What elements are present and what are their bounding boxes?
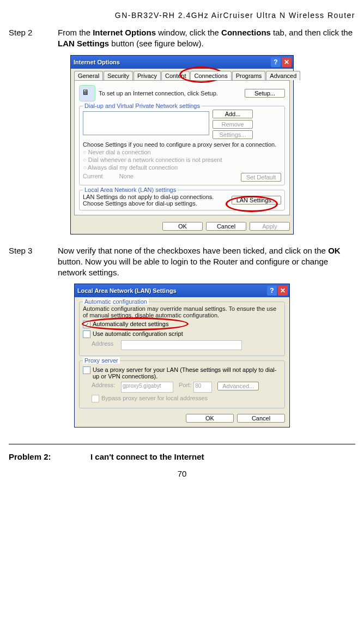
apply-button: Apply <box>250 222 290 231</box>
checkbox-bypass <box>92 395 99 402</box>
group-dial-legend: Dial-up and Virtual Private Network sett… <box>83 103 202 109</box>
current-none: None <box>119 173 134 182</box>
proxy-port-input: 80 <box>193 382 212 393</box>
setup-row: To set up an Internet connection, click … <box>79 85 285 101</box>
radio-never: Never dial a connection <box>83 149 281 155</box>
group-auto-legend: Automatic configuration <box>83 298 149 305</box>
close-icon[interactable]: ✕ <box>278 286 288 296</box>
group-dial: Dial-up and Virtual Private Network sett… <box>79 106 285 185</box>
chk-proxy-label: Use a proxy server for your LAN (These s… <box>93 366 281 380</box>
ok-button[interactable]: OK <box>162 222 203 231</box>
tab-general[interactable]: General <box>74 71 103 80</box>
address-label: Address <box>92 340 119 347</box>
problem-label: Problem 2: <box>9 452 90 461</box>
proxy-fields-row: Address: gproxy5.gigabyt Port: 80 Advanc… <box>92 382 281 393</box>
chk-auto-row: Automatically detect settings <box>83 321 281 328</box>
t: From the <box>58 28 93 37</box>
t: OK <box>328 246 341 255</box>
address-input <box>121 340 242 350</box>
t: tab, and then click the <box>271 28 353 37</box>
ok-button[interactable]: OK <box>186 414 234 423</box>
step-2-label: Step 2 <box>9 27 58 50</box>
t: LAN Settings <box>58 39 109 48</box>
figure-2: Local Area Network (LAN) Settings ? ✕ Au… <box>9 284 355 428</box>
step-2-text: From the Internet Options window, click … <box>58 27 355 50</box>
connections-listbox[interactable] <box>83 111 209 135</box>
tab-security[interactable]: Security <box>104 71 133 80</box>
page-header: GN-BR32V-RH 2.4GHz AirCruiser Ultra N Wi… <box>9 11 355 20</box>
tab-advanced[interactable]: Advanced <box>266 71 300 80</box>
proxy-port-label: Port: <box>179 382 191 388</box>
proxy-addr-input: gproxy5.gigabyt <box>121 382 173 393</box>
cancel-button[interactable]: Cancel <box>206 222 246 231</box>
figure-1: Internet Options ? ✕ General Security Pr… <box>9 55 355 234</box>
chk-proxy-row: Use a proxy server for your LAN (These s… <box>83 366 281 380</box>
tab-strip: General Security Privacy Content Connect… <box>74 71 290 80</box>
setup-text: To set up an Internet connection, click … <box>99 90 245 97</box>
radio-when-absent: Dial whenever a network connection is no… <box>83 156 281 163</box>
settings-button: Settings... <box>213 130 253 139</box>
t: button (see figure below). <box>109 39 203 48</box>
t: window, click the <box>156 28 221 37</box>
chk-bypass-row: Bypass proxy server for local addresses <box>92 395 281 402</box>
t: Internet Options <box>93 28 156 37</box>
dialog-buttons: OK Cancel Apply <box>71 219 293 234</box>
step-2-row: Step 2 From the Internet Options window,… <box>9 27 355 50</box>
step-3-text: Now verify that none of the checkboxes h… <box>58 245 355 279</box>
tab-privacy[interactable]: Privacy <box>134 71 161 80</box>
close-icon[interactable]: ✕ <box>282 57 292 67</box>
current-label: Current <box>83 173 103 182</box>
dialog-buttons: OK Cancel <box>79 408 285 423</box>
set-default-button: Set Default <box>241 173 281 182</box>
globe-icon <box>79 85 95 101</box>
setup-button[interactable]: Setup... <box>245 89 285 98</box>
chk-script-row: Use automatic configuration script <box>83 330 281 338</box>
checkbox-proxy[interactable] <box>83 366 90 374</box>
page-number: 70 <box>9 469 355 478</box>
proxy-addr-label: Address: <box>92 382 119 388</box>
group-proxy-legend: Proxy server <box>83 357 120 364</box>
cancel-button[interactable]: Cancel <box>237 414 285 423</box>
add-button[interactable]: Add... <box>213 110 253 118</box>
tab-content-area: To set up an Internet connection, click … <box>74 80 290 215</box>
lan-note: LAN Settings do not apply to dial-up con… <box>83 194 232 207</box>
titlebar: Local Area Network (LAN) Settings ? ✕ <box>75 284 289 297</box>
t: Connections <box>221 28 271 37</box>
auto-text: Automatic configuration may override man… <box>83 305 281 318</box>
advanced-button: Advanced... <box>217 382 259 390</box>
proxy-note: Choose Settings if you need to configure… <box>83 141 281 148</box>
group-lan-legend: Local Area Network (LAN) settings <box>83 186 178 193</box>
step-3-label: Step 3 <box>9 245 58 279</box>
lan-settings-window: Local Area Network (LAN) Settings ? ✕ Au… <box>74 284 290 428</box>
group-lan: Local Area Network (LAN) settings LAN Se… <box>79 190 285 210</box>
problem-row: Problem 2: I can't connect to the Intern… <box>9 452 355 461</box>
radio-always: Always dial my default connection <box>83 164 281 171</box>
tab-programs[interactable]: Programs <box>232 71 266 80</box>
chk-bypass-label: Bypass proxy server for local addresses <box>101 395 208 401</box>
problem-text: I can't connect to the Internet <box>90 452 204 461</box>
help-icon[interactable]: ? <box>271 57 281 67</box>
window-title: Local Area Network (LAN) Settings <box>76 287 266 294</box>
step-3-row: Step 3 Now verify that none of the check… <box>9 245 355 279</box>
red-circle-auto <box>82 317 189 330</box>
t: Now verify that none of the checkboxes h… <box>58 246 328 255</box>
group-auto: Automatic configuration Automatic config… <box>79 302 285 356</box>
titlebar: Internet Options ? ✕ <box>71 56 293 69</box>
group-proxy: Proxy server Use a proxy server for your… <box>79 360 285 408</box>
red-circle-lan <box>226 196 278 212</box>
help-icon[interactable]: ? <box>267 286 277 296</box>
chk-script-label: Use automatic configuration script <box>93 330 183 337</box>
checkbox-script[interactable] <box>83 330 90 338</box>
address-row: Address <box>83 340 281 350</box>
t: button. Now you will be able to login to… <box>58 257 328 277</box>
tab-connections[interactable]: Connections <box>190 71 231 80</box>
divider <box>9 444 355 444</box>
internet-options-window: Internet Options ? ✕ General Security Pr… <box>70 55 294 234</box>
window-title: Internet Options <box>72 59 270 65</box>
remove-button: Remove <box>213 120 253 129</box>
